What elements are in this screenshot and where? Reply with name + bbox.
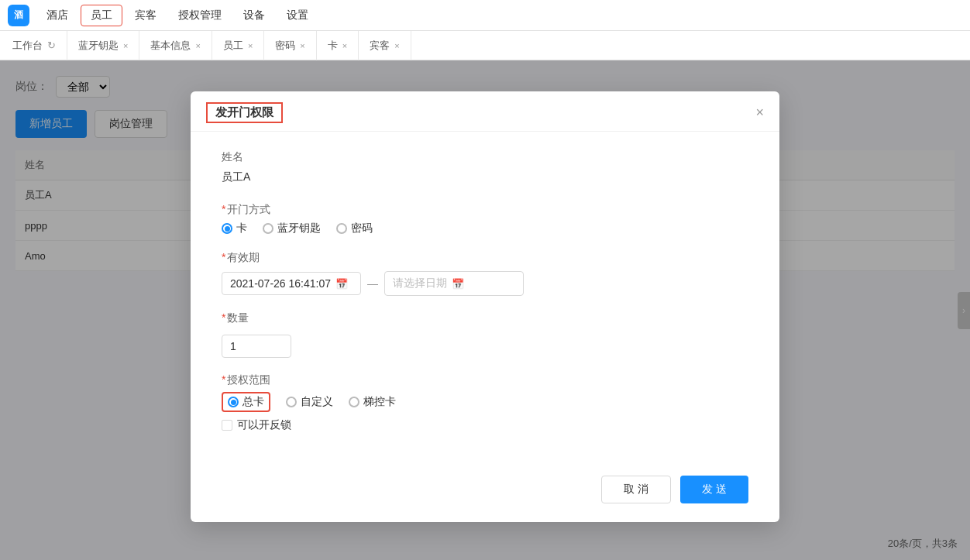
validity-section: 有效期 2021-07-26 16:41:07 📅 — 请选择日期 📅 [222,251,748,296]
nav-staff[interactable]: 员工 [81,5,122,26]
tab-basic-info[interactable]: 基本信息 × [139,31,212,60]
tab-staff[interactable]: 员工 × [212,31,264,60]
radio-master-card[interactable]: 总卡 [222,392,270,412]
auth-range-label: 授权范围 [222,373,748,387]
open-mode-label: 开门方式 [222,203,748,217]
radio-circle-bluetooth [263,223,273,234]
quantity-input[interactable] [222,335,291,358]
nav-settings[interactable]: 设置 [277,5,318,26]
tab-guest[interactable]: 宾客 × [359,31,411,60]
quantity-section: 数量 [222,311,748,358]
tab-bar: 工作台 ↻ 蓝牙钥匙 × 基本信息 × 员工 × 密码 × 卡 × 宾客 × [0,31,970,60]
checkbox-icon [222,420,232,431]
app-logo: 酒 [8,5,29,26]
calendar-end-icon: 📅 [452,278,464,290]
tab-close-card[interactable]: × [342,41,347,50]
nav-hotel[interactable]: 酒店 [37,5,77,26]
tab-close-staff[interactable]: × [248,41,253,50]
modal-overlay: 发开门权限 × 姓名 员工A 开门方式 [0,60,970,560]
cancel-button[interactable]: 取 消 [601,476,671,503]
auth-range-group: 总卡 自定义 梯控卡 [222,392,748,412]
tab-password[interactable]: 密码 × [264,31,316,60]
date-start-input[interactable]: 2021-07-26 16:41:07 📅 [222,272,361,295]
content-panel: 岗位： 全部 新增员工 岗位管理 姓名 账号 员工A liu [0,60,970,560]
calendar-start-icon: 📅 [335,278,348,290]
modal-body: 姓名 员工A 开门方式 卡 蓝牙钥匙 [191,132,779,463]
name-label: 姓名 [222,150,748,164]
quantity-label: 数量 [222,311,748,325]
radio-circle-elevator [349,397,359,407]
nav-device[interactable]: 设备 [234,5,274,26]
radio-circle-password [336,223,347,234]
tab-close-basic-info[interactable]: × [195,41,200,50]
tab-close-bluetooth[interactable]: × [123,41,128,50]
radio-circle-master [228,397,239,407]
nav-guest[interactable]: 宾客 [126,5,166,26]
date-dash: — [367,277,378,290]
radio-custom[interactable]: 自定义 [286,395,333,409]
name-value: 员工A [222,167,748,187]
open-mode-group: 卡 蓝牙钥匙 密码 [222,222,748,235]
tab-close-guest[interactable]: × [394,41,399,50]
date-row: 2021-07-26 16:41:07 📅 — 请选择日期 📅 [222,271,748,296]
validity-label: 有效期 [222,251,748,265]
tab-workbench[interactable]: 工作台 ↻ [0,31,67,60]
modal-header: 发开门权限 × [191,91,779,132]
radio-elevator[interactable]: 梯控卡 [349,395,396,409]
modal-title: 发开门权限 [206,102,283,123]
can-open-back-checkbox[interactable]: 可以开反锁 [222,418,748,432]
date-end-input[interactable]: 请选择日期 📅 [384,271,524,296]
main-content: 岗位： 全部 新增员工 岗位管理 姓名 账号 员工A liu [0,60,970,560]
nav-auth[interactable]: 授权管理 [169,5,231,26]
tab-card[interactable]: 卡 × [317,31,359,60]
radio-password[interactable]: 密码 [336,222,373,235]
modal-footer: 取 消 发 送 [191,463,779,522]
name-section: 姓名 员工A [222,150,748,187]
auth-range-section: 授权范围 总卡 自定义 梯 [222,373,748,432]
send-button[interactable]: 发 送 [680,476,748,503]
radio-circle-card [222,223,232,234]
radio-circle-custom [286,397,297,407]
radio-card[interactable]: 卡 [222,222,247,235]
radio-bluetooth[interactable]: 蓝牙钥匙 [263,222,321,235]
modal-close-button[interactable]: × [755,105,764,121]
top-nav: 酒 酒店 员工 宾客 授权管理 设备 设置 [0,0,970,31]
tab-close-password[interactable]: × [300,41,304,50]
refresh-icon[interactable]: ↻ [47,40,56,51]
tab-bluetooth[interactable]: 蓝牙钥匙 × [67,31,139,60]
modal-dialog: 发开门权限 × 姓名 员工A 开门方式 [191,91,779,522]
open-mode-section: 开门方式 卡 蓝牙钥匙 密 [222,203,748,235]
